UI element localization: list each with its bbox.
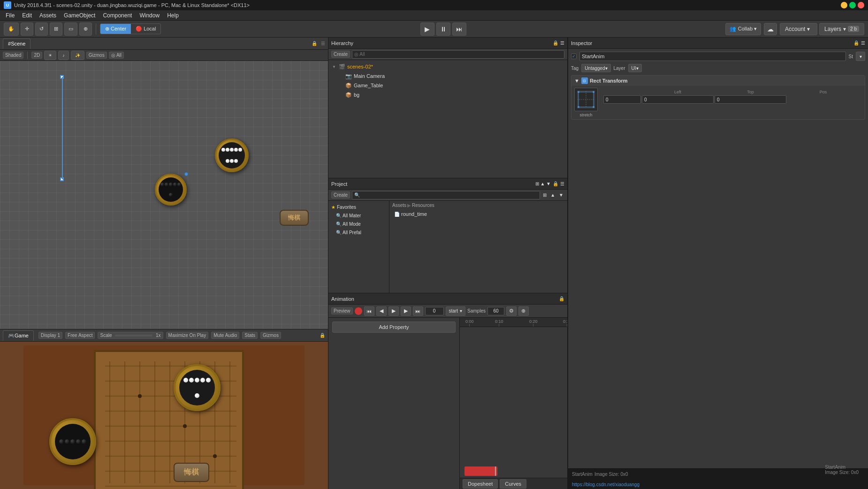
anim-next-button[interactable]: ▶ bbox=[401, 306, 411, 316]
game-panel-lock[interactable]: 🔒 bbox=[320, 333, 325, 338]
cloud-button[interactable]: ☁ bbox=[764, 23, 777, 35]
rect-top-value[interactable]: 0 bbox=[642, 95, 714, 104]
menu-gameobject[interactable]: GameObject bbox=[60, 11, 99, 20]
curves-button[interactable]: Curves bbox=[500, 479, 526, 489]
dopesheet-button[interactable]: Dopesheet bbox=[463, 479, 498, 489]
mahjong-button[interactable]: 悔棋 bbox=[280, 210, 309, 226]
layer-dropdown[interactable]: UI ▾ bbox=[628, 64, 642, 72]
rect-tool-button[interactable]: ▭ bbox=[64, 23, 77, 36]
hierarchy-item-main-camera[interactable]: 📷 Main Camera bbox=[328, 71, 567, 81]
effects-button[interactable]: ✨ bbox=[71, 51, 84, 60]
2d-button[interactable]: 2D bbox=[31, 52, 42, 59]
layers-dropdown[interactable]: Layers ▾ 2 b bbox=[819, 23, 864, 35]
shaded-dropdown[interactable]: Shaded bbox=[3, 52, 23, 59]
gameobject-name-input[interactable] bbox=[579, 52, 846, 61]
hierarchy-create[interactable]: Create bbox=[331, 51, 350, 58]
play-button[interactable]: ▶ bbox=[420, 23, 434, 36]
tag-dropdown[interactable]: Untagged ▾ bbox=[581, 64, 610, 72]
samples-input[interactable] bbox=[487, 307, 504, 315]
scene-viewport[interactable]: 悔棋 bbox=[0, 61, 328, 329]
gizmos-dropdown[interactable]: Gizmos bbox=[86, 52, 107, 59]
menu-window[interactable]: Window bbox=[136, 11, 163, 20]
rect-posz-value[interactable]: 0 bbox=[715, 95, 786, 104]
gameobject-enabled-checkbox[interactable] bbox=[571, 53, 577, 59]
game-gizmos[interactable]: Gizmos bbox=[260, 332, 281, 339]
center-button[interactable]: ⊕ Center bbox=[100, 24, 131, 34]
tab-game[interactable]: 🎮 Game bbox=[3, 330, 34, 341]
project-search[interactable] bbox=[352, 191, 540, 199]
anim-prev-button[interactable]: ◀ bbox=[376, 306, 387, 316]
rect-transform-header[interactable]: ▼ ⊡ Rect Transform bbox=[571, 76, 865, 86]
scale-slider[interactable] bbox=[115, 335, 152, 336]
minimize-button[interactable] bbox=[841, 2, 847, 8]
aspect-dropdown[interactable]: Free Aspect bbox=[65, 332, 95, 339]
project-create[interactable]: Create bbox=[331, 191, 350, 199]
menu-edit[interactable]: Edit bbox=[18, 11, 36, 20]
hierarchy-item-bg[interactable]: 📦 bg bbox=[328, 90, 567, 99]
account-dropdown[interactable]: Account ▾ bbox=[780, 23, 817, 35]
tab-scene[interactable]: # Scene bbox=[3, 38, 30, 49]
move-tool-button[interactable]: ✛ bbox=[21, 23, 33, 36]
hierarchy-menu-icon[interactable]: ☰ bbox=[560, 40, 564, 46]
anim-clip-dropdown[interactable]: start ▾ bbox=[446, 306, 465, 316]
game-viewport[interactable]: 悔棋 bbox=[0, 342, 328, 489]
project-file-round-time[interactable]: 📄 round_time bbox=[392, 210, 564, 218]
hierarchy-search[interactable] bbox=[352, 50, 564, 59]
close-button[interactable] bbox=[858, 2, 864, 8]
anim-time-input[interactable] bbox=[425, 307, 444, 315]
static-dropdown[interactable]: ▾ bbox=[856, 52, 865, 61]
add-property-button[interactable]: Add Property bbox=[332, 321, 456, 333]
step-button[interactable]: ⏭ bbox=[452, 23, 466, 36]
scale-tool-button[interactable]: ⊞ bbox=[50, 23, 62, 36]
project-icon-btn[interactable]: ⊞ bbox=[542, 191, 548, 199]
hierarchy-lock-icon[interactable]: 🔒 bbox=[553, 40, 558, 46]
local-button[interactable]: 🔴 Local bbox=[131, 24, 160, 34]
transform-tool-button[interactable]: ⊕ bbox=[79, 23, 92, 36]
anchor-preset-button[interactable] bbox=[574, 88, 598, 111]
preview-label[interactable]: Preview bbox=[331, 307, 353, 314]
project-asc-btn[interactable]: ▲ bbox=[549, 191, 556, 199]
anim-last-button[interactable]: ⏭ bbox=[413, 306, 423, 316]
all-filter[interactable]: ◎ All bbox=[109, 52, 124, 59]
panel-menu-icon[interactable]: ☰ bbox=[321, 41, 325, 46]
breadcrumb-assets[interactable]: Assets bbox=[392, 203, 406, 208]
lighting-button[interactable]: ☀ bbox=[44, 51, 56, 60]
collab-button[interactable]: 👥 Collab ▾ bbox=[725, 23, 761, 35]
breadcrumb-resources[interactable]: Resources bbox=[412, 203, 434, 208]
project-desc-btn[interactable]: ▼ bbox=[558, 191, 564, 199]
maximize-on-play[interactable]: Maximize On Play bbox=[166, 332, 209, 339]
inspector-menu-icon[interactable]: ☰ bbox=[861, 40, 865, 46]
project-icons[interactable]: ⊞ ▲ ▼ bbox=[535, 181, 551, 186]
rotate-tool-button[interactable]: ↺ bbox=[35, 23, 48, 36]
mute-audio[interactable]: Mute Audio bbox=[211, 332, 239, 339]
animation-clip-block[interactable] bbox=[464, 466, 497, 476]
panel-lock-icon[interactable]: 🔒 bbox=[312, 41, 317, 46]
animation-lock-icon[interactable]: 🔒 bbox=[559, 296, 564, 301]
hierarchy-scene-root[interactable]: ▼ 🎬 scenes-02* bbox=[328, 62, 567, 71]
maximize-button[interactable] bbox=[849, 2, 856, 8]
anim-extra-button[interactable]: ⊕ bbox=[518, 306, 529, 316]
menu-help[interactable]: Help bbox=[163, 11, 183, 20]
project-lock-icon[interactable]: 🔒 bbox=[553, 181, 558, 186]
hand-tool-button[interactable]: ✋ bbox=[4, 23, 19, 36]
audio-button[interactable]: ♪ bbox=[58, 51, 69, 60]
display-dropdown[interactable]: Display 1 bbox=[38, 332, 62, 339]
rect-left-value[interactable]: 0 bbox=[603, 95, 641, 104]
stats-button[interactable]: Stats bbox=[242, 332, 258, 339]
menu-assets[interactable]: Assets bbox=[36, 11, 60, 20]
project-all-materials[interactable]: 🔍 All Mater bbox=[328, 211, 389, 220]
project-favorites[interactable]: ★ Favorites bbox=[328, 203, 389, 211]
record-button[interactable] bbox=[355, 307, 362, 315]
project-all-prefabs[interactable]: 🔍 All Prefal bbox=[328, 228, 389, 237]
game-mahjong-button[interactable]: 悔棋 bbox=[174, 463, 209, 482]
project-all-models[interactable]: 🔍 All Mode bbox=[328, 220, 389, 228]
menu-file[interactable]: File bbox=[2, 11, 18, 20]
scale-control[interactable]: Scale 1x bbox=[98, 332, 163, 339]
hierarchy-item-game-table[interactable]: 📦 Game_Table bbox=[328, 81, 567, 90]
pause-button[interactable]: ⏸ bbox=[436, 23, 450, 36]
anim-first-button[interactable]: ⏮ bbox=[364, 306, 374, 316]
anim-settings-button[interactable]: ⚙ bbox=[506, 306, 517, 316]
project-menu-icon[interactable]: ☰ bbox=[560, 181, 564, 186]
anim-play-button[interactable]: ▶ bbox=[388, 306, 399, 316]
inspector-lock-icon[interactable]: 🔒 bbox=[853, 40, 859, 46]
